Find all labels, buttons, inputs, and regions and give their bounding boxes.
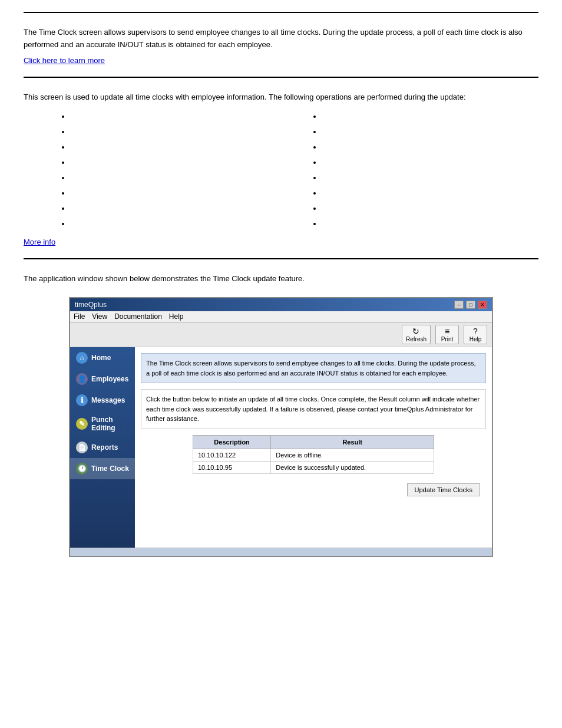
minimize-button[interactable]: – bbox=[454, 301, 464, 309]
bullet-left-6 bbox=[71, 186, 287, 201]
bullet-left-3 bbox=[71, 140, 287, 155]
info-box: The Time Clock screen allows supervisors… bbox=[141, 353, 486, 383]
sidebar-reports-label: Reports bbox=[91, 443, 118, 452]
bullet-right-7 bbox=[322, 201, 538, 216]
table-cell-description-2: 10.10.10.95 bbox=[193, 461, 270, 473]
app-titlebar: timeQplus – □ ✕ bbox=[70, 298, 492, 311]
app-toolbar: ↻ Refresh ≡ Print ? Help bbox=[70, 322, 492, 347]
menu-help[interactable]: Help bbox=[169, 312, 184, 321]
sidebar-item-punch-editing[interactable]: ✎ Punch Editing bbox=[70, 411, 135, 437]
sidebar-item-home[interactable]: ⌂ Home bbox=[70, 347, 135, 368]
refresh-button[interactable]: ↻ Refresh bbox=[402, 325, 431, 344]
bullet-right-8 bbox=[322, 216, 538, 232]
menu-view[interactable]: View bbox=[92, 312, 107, 321]
time-clock-table: Description Result 10.10.10.122 Device i… bbox=[193, 435, 434, 474]
sidebar-item-messages[interactable]: ℹ Messages bbox=[70, 390, 135, 411]
instructions-text: Click the button below to initiate an up… bbox=[146, 396, 480, 422]
section3-para: The application window shown below demon… bbox=[24, 273, 538, 285]
section-1: The Time Clock screen allows supervisors… bbox=[24, 12, 538, 77]
menu-documentation[interactable]: Documentation bbox=[114, 312, 162, 321]
help-icon: ? bbox=[473, 327, 478, 336]
bullet-left-5 bbox=[71, 170, 287, 186]
bullet-right-1 bbox=[322, 109, 538, 124]
bullet-left-1 bbox=[71, 109, 287, 124]
app-window: timeQplus – □ ✕ File View Documentation … bbox=[69, 297, 493, 557]
bullet-columns bbox=[59, 109, 538, 232]
info-text: The Time Clock screen allows supervisors… bbox=[146, 360, 475, 377]
table-cell-result-1: Device is offline. bbox=[271, 449, 434, 461]
bullet-left-4 bbox=[71, 155, 287, 170]
app-statusbar bbox=[70, 548, 492, 556]
update-time-clocks-button[interactable]: Update Time Clocks bbox=[407, 483, 480, 496]
app-title: timeQplus bbox=[75, 301, 107, 309]
bullet-left-8 bbox=[71, 216, 287, 232]
sidebar-item-time-clock[interactable]: 🕐 Time Clock bbox=[70, 458, 135, 479]
table-cell-description-1: 10.10.10.122 bbox=[193, 449, 270, 461]
sidebar-punch-label: Punch Editing bbox=[91, 416, 129, 432]
table-header-description: Description bbox=[193, 435, 270, 449]
punch-icon: ✎ bbox=[76, 418, 88, 430]
home-icon: ⌂ bbox=[76, 352, 88, 364]
bullet-right-2 bbox=[322, 124, 538, 140]
bullet-right-5 bbox=[322, 170, 538, 186]
refresh-icon: ↻ bbox=[412, 327, 419, 336]
bullet-right-6 bbox=[322, 186, 538, 201]
print-label: Print bbox=[441, 336, 454, 342]
section2-link[interactable]: More info bbox=[24, 238, 55, 246]
app-body: ⌂ Home 👤 Employees ℹ Messages ✎ Punch Ed… bbox=[70, 347, 492, 548]
section1-link[interactable]: Click here to learn more bbox=[24, 56, 105, 65]
sidebar-employees-label: Employees bbox=[91, 375, 128, 383]
app-menubar: File View Documentation Help bbox=[70, 311, 492, 322]
bullet-right-4 bbox=[322, 155, 538, 170]
bullet-col-left bbox=[59, 109, 287, 232]
bullet-col-right bbox=[310, 109, 538, 232]
sidebar-item-reports[interactable]: 📄 Reports bbox=[70, 437, 135, 458]
close-button[interactable]: ✕ bbox=[478, 301, 487, 309]
table-row: 10.10.10.95 Device is successfully updat… bbox=[193, 461, 434, 473]
messages-icon: ℹ bbox=[76, 394, 88, 406]
menu-file[interactable]: File bbox=[74, 312, 85, 321]
section1-para: The Time Clock screen allows supervisors… bbox=[24, 27, 538, 51]
sidebar-home-label: Home bbox=[91, 354, 111, 362]
sidebar-item-employees[interactable]: 👤 Employees bbox=[70, 368, 135, 390]
bullet-right-3 bbox=[322, 140, 538, 155]
maximize-button[interactable]: □ bbox=[466, 301, 475, 309]
sidebar-messages-label: Messages bbox=[91, 396, 125, 404]
bullet-left-7 bbox=[71, 201, 287, 216]
help-label: Help bbox=[470, 336, 482, 342]
table-header-result: Result bbox=[271, 435, 434, 449]
update-button-row: Update Time Clocks bbox=[141, 479, 486, 496]
sidebar-time-clock-label: Time Clock bbox=[91, 465, 129, 473]
section2-para: This screen is used to update all time c… bbox=[24, 91, 538, 104]
help-button[interactable]: ? Help bbox=[464, 325, 487, 344]
main-content-area: The Time Clock screen allows supervisors… bbox=[135, 347, 492, 548]
bullet-left-2 bbox=[71, 124, 287, 140]
refresh-label: Refresh bbox=[406, 336, 427, 342]
time-clock-icon: 🕐 bbox=[76, 463, 88, 475]
section-3: The application window shown below demon… bbox=[24, 258, 538, 581]
sidebar: ⌂ Home 👤 Employees ℹ Messages ✎ Punch Ed… bbox=[70, 347, 135, 548]
reports-icon: 📄 bbox=[76, 442, 88, 453]
table-cell-result-2: Device is successfully updated. bbox=[271, 461, 434, 473]
window-controls: – □ ✕ bbox=[454, 301, 487, 309]
print-icon: ≡ bbox=[445, 327, 449, 336]
section-2: This screen is used to update all time c… bbox=[24, 77, 538, 259]
instructions-box: Click the button below to initiate an up… bbox=[141, 389, 486, 429]
table-row: 10.10.10.122 Device is offline. bbox=[193, 449, 434, 461]
print-button[interactable]: ≡ Print bbox=[435, 325, 459, 344]
employees-icon: 👤 bbox=[76, 373, 88, 385]
